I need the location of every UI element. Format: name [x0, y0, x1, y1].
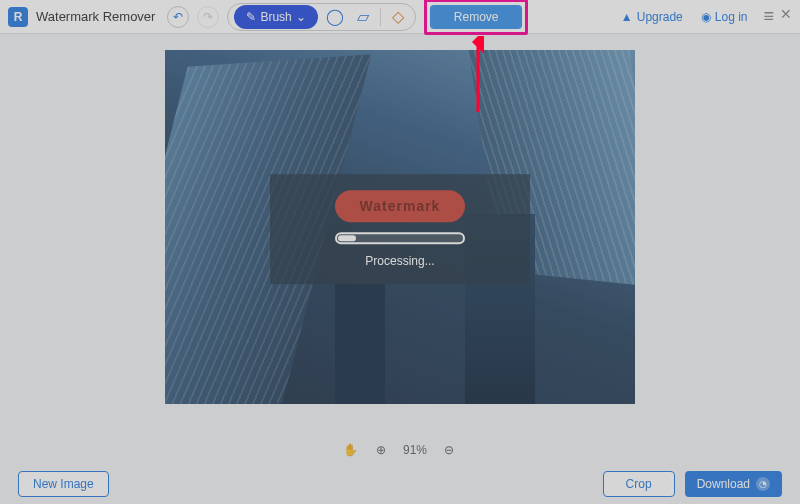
brush-tool-button[interactable]: ✎ Brush ⌄: [234, 5, 317, 29]
upgrade-link[interactable]: ▲ Upgrade: [621, 10, 683, 24]
app-logo-icon: R: [8, 7, 28, 27]
menu-button[interactable]: ≡: [763, 6, 774, 27]
zoom-in-icon: ⊕: [376, 443, 386, 457]
login-label: Log in: [715, 10, 748, 24]
crop-label: Crop: [626, 477, 652, 491]
login-link[interactable]: ◉ Log in: [701, 10, 748, 24]
zoom-out-icon: ⊖: [444, 443, 454, 457]
zoom-in-button[interactable]: ⊕: [373, 442, 389, 458]
watermark-text: Watermark: [360, 198, 441, 214]
download-options-icon: ◔: [756, 477, 770, 491]
brush-icon: ✎: [246, 10, 256, 24]
polygon-tool-button[interactable]: ▱: [352, 6, 374, 28]
progress-bar: [335, 232, 465, 244]
download-button[interactable]: Download ◔: [685, 471, 782, 497]
hand-icon: ✋: [343, 443, 358, 457]
separator: [380, 8, 381, 26]
download-label: Download: [697, 477, 750, 491]
new-image-label: New Image: [33, 477, 94, 491]
eraser-tool-button[interactable]: ◇: [387, 6, 409, 28]
processing-overlay: Watermark Processing...: [270, 174, 530, 284]
remove-label: Remove: [454, 10, 499, 24]
upgrade-label: Upgrade: [637, 10, 683, 24]
upgrade-icon: ▲: [621, 10, 633, 24]
lasso-tool-button[interactable]: ◯: [324, 6, 346, 28]
remove-button-highlight: Remove: [424, 0, 529, 35]
canvas-area: Watermark Processing...: [0, 34, 800, 440]
polygon-icon: ▱: [357, 7, 369, 26]
lasso-icon: ◯: [326, 7, 344, 26]
tool-group: ✎ Brush ⌄ ◯ ▱ ◇: [227, 3, 415, 31]
eraser-icon: ◇: [392, 7, 404, 26]
close-window-button[interactable]: ✕: [780, 6, 792, 27]
crop-button[interactable]: Crop: [603, 471, 675, 497]
undo-icon: ↶: [173, 10, 183, 24]
toolbar: R Watermark Remover ↶ ↷ ✎ Brush ⌄ ◯ ▱ ◇ …: [0, 0, 800, 34]
zoom-value: 91%: [403, 443, 427, 457]
brush-label: Brush: [260, 10, 291, 24]
processing-label: Processing...: [365, 254, 434, 268]
redo-button[interactable]: ↷: [197, 6, 219, 28]
bottom-bar: New Image Crop Download ◔: [0, 464, 800, 504]
new-image-button[interactable]: New Image: [18, 471, 109, 497]
zoom-out-button[interactable]: ⊖: [441, 442, 457, 458]
undo-button[interactable]: ↶: [167, 6, 189, 28]
hand-tool-button[interactable]: ✋: [343, 442, 359, 458]
watermark-mark: Watermark: [335, 190, 465, 222]
user-icon: ◉: [701, 10, 711, 24]
remove-button[interactable]: Remove: [430, 5, 523, 29]
image-preview[interactable]: Watermark Processing...: [165, 50, 635, 404]
chevron-down-icon: ⌄: [296, 10, 306, 24]
zoom-controls: ✋ ⊕ 91% ⊖: [0, 436, 800, 464]
redo-icon: ↷: [203, 10, 213, 24]
app-title: Watermark Remover: [36, 9, 155, 24]
